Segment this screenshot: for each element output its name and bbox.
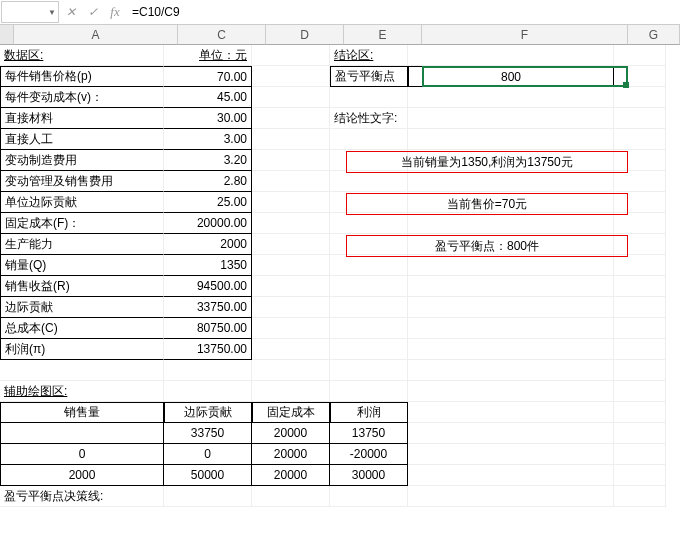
cancel-formula-icon[interactable]: ✕: [60, 1, 82, 23]
formula-input[interactable]: [126, 1, 680, 23]
aux-cell[interactable]: 0: [0, 444, 164, 465]
chevron-down-icon[interactable]: ▼: [46, 8, 58, 17]
conclusion-text-header[interactable]: 结论性文字:: [330, 108, 408, 129]
data-row-val[interactable]: 45.00: [164, 87, 252, 108]
data-row-label[interactable]: 利润(π): [0, 339, 164, 360]
aux-cell[interactable]: 2000: [0, 465, 164, 486]
data-row-label[interactable]: 每件销售价格(p): [0, 66, 164, 87]
col-header-E[interactable]: E: [344, 25, 422, 45]
conclusion-header[interactable]: 结论区:: [330, 45, 408, 66]
data-row-val[interactable]: 70.00: [164, 66, 252, 87]
data-row-val[interactable]: 2000: [164, 234, 252, 255]
data-row-val[interactable]: 1350: [164, 255, 252, 276]
aux-cell[interactable]: 30000: [330, 465, 408, 486]
data-row-label[interactable]: 直接材料: [0, 108, 164, 129]
data-row-label[interactable]: 边际贡献: [0, 297, 164, 318]
col-header-C[interactable]: C: [178, 25, 266, 45]
aux-cell[interactable]: 33750: [164, 423, 252, 444]
aux-col[interactable]: 边际贡献: [164, 402, 252, 423]
data-row-label[interactable]: 总成本(C): [0, 318, 164, 339]
col-header-F[interactable]: F: [422, 25, 628, 45]
data-row-label[interactable]: 单位边际贡献: [0, 192, 164, 213]
col-header-G[interactable]: G: [628, 25, 680, 45]
data-row-label[interactable]: 生产能力: [0, 234, 164, 255]
data-row-val[interactable]: 30.00: [164, 108, 252, 129]
aux-col[interactable]: 固定成本: [252, 402, 330, 423]
data-row-val[interactable]: 20000.00: [164, 213, 252, 234]
data-row-val[interactable]: 2.80: [164, 171, 252, 192]
data-row-val[interactable]: 3.20: [164, 150, 252, 171]
spreadsheet-grid[interactable]: A C D E F G 数据区: 单位：元 结论区: 每件销售价格(p) 70.…: [0, 25, 680, 507]
bep-label[interactable]: 盈亏平衡点: [330, 66, 408, 87]
fx-icon[interactable]: fx: [104, 1, 126, 23]
aux-cell[interactable]: 20000: [252, 465, 330, 486]
col-header-A[interactable]: A: [14, 25, 178, 45]
name-box[interactable]: ▼: [1, 1, 59, 23]
aux-header[interactable]: 辅助绘图区:: [0, 381, 164, 402]
data-row-label[interactable]: 固定成本(F)：: [0, 213, 164, 234]
aux-cell[interactable]: 20000: [252, 444, 330, 465]
aux-cell[interactable]: [0, 423, 164, 444]
data-area-header[interactable]: 数据区:: [0, 45, 164, 66]
accept-formula-icon[interactable]: ✓: [82, 1, 104, 23]
cells-area[interactable]: 数据区: 单位：元 结论区: 每件销售价格(p) 70.00 盈亏平衡点 800…: [0, 45, 680, 507]
data-row-val[interactable]: 33750.00: [164, 297, 252, 318]
data-row-label[interactable]: 变动管理及销售费用: [0, 171, 164, 192]
data-row-val[interactable]: 3.00: [164, 129, 252, 150]
aux-cell[interactable]: 0: [164, 444, 252, 465]
data-row-val[interactable]: 94500.00: [164, 276, 252, 297]
aux-footer[interactable]: 盈亏平衡点决策线:: [0, 486, 164, 507]
data-row-val[interactable]: 13750.00: [164, 339, 252, 360]
data-row-label[interactable]: 销量(Q): [0, 255, 164, 276]
bep-value[interactable]: 800: [408, 66, 614, 87]
unit-label[interactable]: 单位：元: [164, 45, 252, 66]
col-header-D[interactable]: D: [266, 25, 344, 45]
data-row-label[interactable]: 每件变动成本(v)：: [0, 87, 164, 108]
data-row-label[interactable]: 销售收益(R): [0, 276, 164, 297]
aux-cell[interactable]: 50000: [164, 465, 252, 486]
conclusion-box-1: 当前销量为1350,利润为13750元: [346, 151, 628, 173]
data-row-val[interactable]: 25.00: [164, 192, 252, 213]
aux-cell[interactable]: 13750: [330, 423, 408, 444]
formula-bar: ▼ ✕ ✓ fx: [0, 0, 680, 25]
column-headers: A C D E F G: [0, 25, 680, 45]
conclusion-box-2: 当前售价=70元: [346, 193, 628, 215]
data-row-val[interactable]: 80750.00: [164, 318, 252, 339]
conclusion-box-3: 盈亏平衡点：800件: [346, 235, 628, 257]
data-row-label[interactable]: 变动制造费用: [0, 150, 164, 171]
aux-cell[interactable]: -20000: [330, 444, 408, 465]
select-all-corner[interactable]: [0, 25, 14, 45]
data-row-label[interactable]: 直接人工: [0, 129, 164, 150]
aux-col[interactable]: 利润: [330, 402, 408, 423]
aux-cell[interactable]: 20000: [252, 423, 330, 444]
aux-col[interactable]: 销售量: [0, 402, 164, 423]
